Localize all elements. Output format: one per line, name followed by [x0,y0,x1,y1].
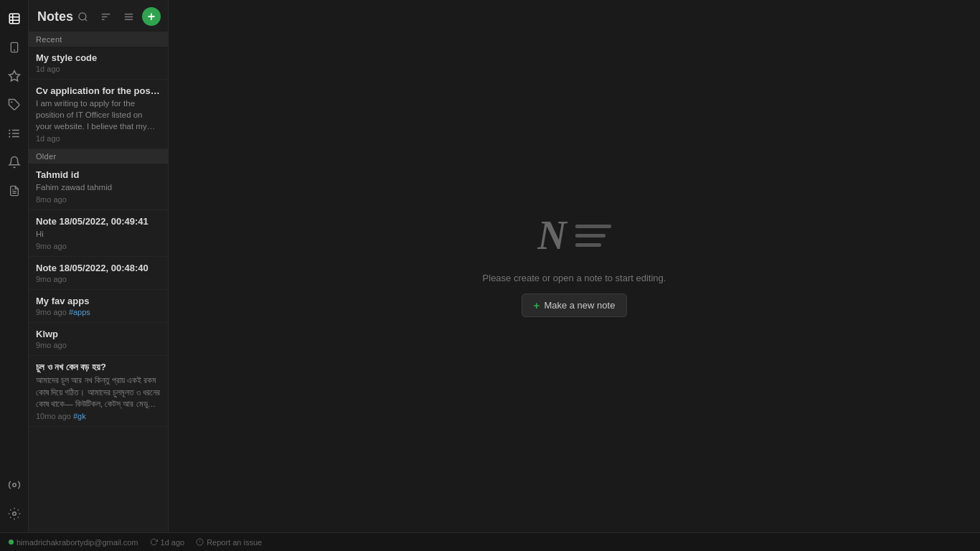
logo-letter: N [537,215,566,255]
status-sync: 1d ago [150,538,185,547]
note-item-klwp[interactable]: Klwp 9mo ago [29,323,168,356]
svg-point-17 [12,512,16,516]
note-meta: 1d ago [36,134,161,143]
note-item-my-style-code[interactable]: My style code 1d ago [29,47,168,80]
svg-line-19 [85,19,87,21]
svg-point-18 [78,12,85,19]
status-email-text: himadrichakrabortydip@gmail.com [17,538,138,547]
svg-point-16 [12,484,16,487]
logo-line-3 [575,243,601,247]
note-title: Tahmid id [36,169,161,180]
sidebar-list-icon[interactable] [3,122,26,145]
make-new-note-button[interactable]: + Make a new note [522,293,628,317]
status-dot [9,540,14,545]
make-note-label: Make a new note [544,300,615,311]
notes-list: Recent My style code 1d ago Cv applicati… [29,32,168,532]
note-preview: Hi [36,228,161,240]
note-tag: #gk [73,412,86,420]
status-bar: himadrichakrabortydip@gmail.com 1d ago R… [0,532,980,551]
notes-title: Notes [37,9,73,24]
report-icon [196,538,204,546]
sidebar-doc-icon[interactable] [3,179,26,202]
svg-marker-6 [9,71,19,81]
sync-icon [150,538,158,546]
status-email: himadrichakrabortydip@gmail.com [9,538,138,547]
section-older: Older [29,149,168,164]
sidebar-tag-icon[interactable] [3,93,26,116]
note-title: Cv application for the post of ... [36,85,161,96]
empty-message: Please create or open a note to start ed… [483,273,666,283]
empty-logo: N [537,215,611,255]
note-item-bengali-note[interactable]: চুল ও নখ কেন বড় হয়? আমাদের চুল আর নখ ক… [29,356,168,426]
status-report[interactable]: Report an issue [196,538,262,547]
view-toggle-button[interactable] [119,7,138,26]
empty-state: N Please create or open a note to start … [483,215,666,317]
note-item-tahmid-id[interactable]: Tahmid id Fahim zawad tahmid 8mo ago [29,164,168,210]
note-meta: 9mo ago [36,341,161,349]
notes-header: Notes + [29,0,168,32]
note-title: My fav apps [36,296,161,306]
note-title: চুল ও নখ কেন বড় হয়? [36,362,161,373]
logo-line-1 [575,225,611,228]
note-preview: Fahim zawad tahmid [36,182,161,193]
note-meta: 9mo ago #apps [36,308,161,316]
note-meta: 9mo ago [36,275,161,283]
notes-header-icons: + [73,7,161,26]
note-meta: 10mo ago #gk [36,412,161,420]
note-title: My style code [36,52,161,63]
make-note-plus-icon: + [534,299,540,311]
sidebar-bottom [3,474,26,532]
note-item-note-04941[interactable]: Note 18/05/2022, 00:49:41 Hi 9mo ago [29,210,168,257]
note-preview: আমাদের চুল আর নখ কিন্তু প্রায় একই রকম ক… [36,375,161,409]
search-button[interactable] [73,7,92,26]
sidebar-mobile-icon[interactable] [3,36,26,59]
note-meta: 1d ago [36,65,161,73]
status-sync-time: 1d ago [161,538,185,547]
sidebar-notes-icon[interactable] [3,7,26,30]
sidebar-star-icon[interactable] [3,65,26,88]
icon-sidebar [0,0,29,532]
sidebar-settings-icon[interactable] [3,474,26,496]
sort-button[interactable] [96,7,115,26]
notes-panel: Notes + [29,0,169,532]
section-recent: Recent [29,32,168,47]
note-title: Note 18/05/2022, 00:49:41 [36,216,161,227]
note-item-cv-application[interactable]: Cv application for the post of ... I am … [29,80,168,149]
note-title: Klwp [36,329,161,339]
svg-rect-0 [9,14,19,24]
logo-lines [575,225,611,247]
status-report-text: Report an issue [207,538,262,547]
note-meta: 8mo ago [36,195,161,204]
note-tag: #apps [69,308,90,316]
main-content: N Please create or open a note to start … [169,0,980,532]
note-title: Note 18/05/2022, 00:48:40 [36,263,161,273]
note-item-note-04840[interactable]: Note 18/05/2022, 00:48:40 9mo ago [29,257,168,290]
sidebar-gear-icon[interactable] [3,502,26,525]
note-item-fav-apps[interactable]: My fav apps 9mo ago #apps [29,290,168,323]
add-note-button[interactable]: + [142,7,161,26]
note-meta: 9mo ago [36,242,161,250]
sidebar-bell-icon[interactable] [3,151,26,174]
logo-line-2 [575,234,606,237]
note-preview: I am writing to apply for the position o… [36,98,161,132]
